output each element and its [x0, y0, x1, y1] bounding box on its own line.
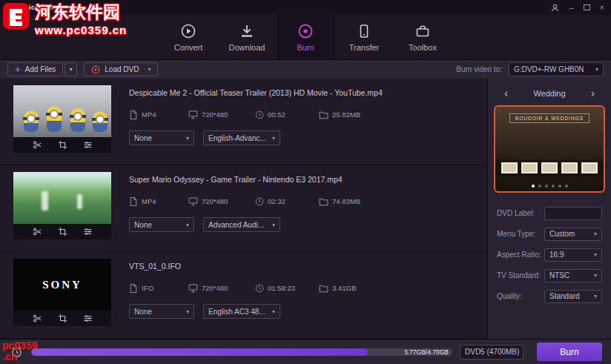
audio-select[interactable]: Advanced Audi... ▾ — [203, 217, 280, 232]
effects-icon[interactable] — [79, 139, 96, 151]
file-list: Despicable Me 2 - Official Teaser Traile… — [0, 79, 488, 339]
pager-dot[interactable] — [538, 185, 541, 188]
audio-select[interactable]: English AC3 48... ▾ — [203, 304, 280, 319]
trim-icon[interactable] — [29, 225, 45, 238]
trim-icon[interactable] — [29, 312, 45, 325]
template-prev-button[interactable]: ‹ — [504, 87, 508, 99]
file-row: Despicable Me 2 - Official Teaser Traile… — [0, 79, 487, 165]
disc-size-value: DVD5 (4700MB) — [465, 348, 519, 356]
trim-icon[interactable] — [29, 139, 45, 151]
thumbnail-art — [70, 108, 85, 132]
burn-target-value: G:DVD+-RW GHB0N — [514, 65, 584, 73]
tab-toolbox[interactable]: Toolbox — [394, 15, 452, 59]
crop-icon[interactable] — [54, 312, 70, 325]
tv-standard-value: NTSC — [549, 271, 569, 279]
convert-icon — [180, 23, 196, 39]
add-files-label: Add Files — [25, 65, 56, 73]
minimize-button[interactable]: – — [569, 4, 573, 12]
pager-dot[interactable] — [558, 185, 561, 188]
caret-down-icon: ▾ — [594, 293, 597, 300]
effects-icon[interactable] — [79, 312, 96, 325]
video-thumbnail[interactable] — [13, 85, 111, 137]
disc-size-select[interactable]: DVD5 (4700MB) ▾ — [460, 345, 524, 360]
file-options: None ▾ English-Advanc... ▾ — [129, 130, 477, 145]
file-row: Super Mario Odyssey - Game Trailer - Nin… — [0, 165, 487, 252]
file-row: SONY VTS_01_0.IF — [0, 252, 487, 339]
file-format: MP4 — [129, 110, 188, 119]
thumbnail-art — [42, 191, 48, 211]
thumbnail-text: SONY — [42, 279, 82, 291]
maximize-button[interactable] — [584, 4, 590, 10]
thumbnail-art — [24, 110, 39, 132]
load-dvd-group: Load DVD ▾ — [84, 62, 158, 76]
video-thumbnail[interactable] — [13, 172, 111, 224]
capacity-fill — [31, 348, 368, 356]
maximize-icon — [584, 4, 590, 10]
thumbnail-column: SONY — [13, 259, 111, 338]
record-icon — [91, 65, 100, 74]
app-logo: uniconverter — [7, 3, 64, 13]
thumbnail-column — [13, 85, 111, 165]
tab-label: Transfer — [349, 43, 380, 52]
form-field: Aspect Ratio: 16:9 ▾ — [497, 248, 602, 262]
tab-download[interactable]: Download — [218, 15, 277, 59]
filmstrip-frame — [541, 162, 558, 173]
load-dvd-button[interactable]: Load DVD ▾ — [84, 62, 158, 76]
subtitle-select[interactable]: None ▾ — [129, 304, 194, 319]
file-meta: MP4 720*480 02:32 74.83MB — [129, 196, 477, 206]
tab-transfer[interactable]: Transfer — [335, 15, 394, 59]
template-next-button[interactable]: › — [591, 87, 595, 99]
aspect-ratio-select[interactable]: 16:9 ▾ — [544, 248, 602, 262]
pager-dot[interactable] — [565, 185, 568, 188]
effects-icon[interactable] — [79, 225, 96, 238]
file-duration: 02:32 — [255, 197, 319, 206]
account-icon[interactable] — [551, 4, 559, 12]
filmstrip-frame — [581, 162, 598, 173]
schedule-icon[interactable] — [9, 345, 24, 360]
tab-burn[interactable]: Burn — [277, 15, 335, 59]
caret-down-icon: ▾ — [272, 135, 275, 142]
thumbnail-art — [77, 194, 82, 209]
subtitle-select[interactable]: None ▾ — [129, 217, 194, 232]
subtitle-value: None — [134, 308, 152, 316]
file-resolution: 720*480 — [188, 283, 255, 293]
format-value: MP4 — [142, 197, 156, 205]
template-preview[interactable]: BOUDOIR & WEDDINGS — [494, 105, 605, 193]
tv-standard-select[interactable]: NTSC ▾ — [544, 269, 602, 282]
pager-dot[interactable] — [552, 185, 555, 188]
file-meta: IFO 720*480 01:58:23 3.41GB — [129, 283, 477, 293]
video-thumbnail[interactable]: SONY — [13, 259, 111, 311]
burn-button[interactable]: Burn — [537, 343, 602, 361]
dvd-label-input[interactable] — [544, 207, 602, 220]
audio-select[interactable]: English-Advanc... ▾ — [203, 130, 280, 145]
form-field: Quality: Standard ▾ — [497, 289, 602, 303]
close-button[interactable]: × — [600, 4, 604, 12]
file-duration: 00:52 — [255, 110, 319, 119]
crop-icon[interactable] — [54, 225, 70, 238]
add-files-button[interactable]: + Add Files — [7, 62, 63, 76]
edit-toolbar — [13, 137, 111, 153]
tab-convert[interactable]: Convert — [159, 15, 218, 59]
add-files-dropdown-button[interactable]: ▾ — [65, 62, 77, 76]
plus-icon: + — [15, 64, 21, 74]
field-label: TV Standard: — [497, 271, 541, 279]
file-title: Super Mario Odyssey - Game Trailer - Nin… — [129, 175, 477, 184]
template-filmstrip — [495, 159, 604, 176]
quality-select[interactable]: Standard ▾ — [544, 290, 602, 303]
crop-icon[interactable] — [54, 139, 70, 151]
burn-to-label: Burn video to: — [456, 65, 502, 73]
template-name: Wedding — [533, 89, 565, 98]
resolution-value: 720*480 — [202, 284, 228, 292]
pager-dot[interactable] — [545, 185, 548, 188]
caret-down-icon: ▾ — [148, 66, 151, 73]
pager-dot[interactable] — [532, 185, 535, 188]
app-title: uniconverter — [20, 4, 64, 11]
caret-down-icon: ▾ — [595, 66, 598, 73]
menu-type-select[interactable]: Custom ▾ — [544, 228, 602, 241]
burn-target-select[interactable]: G:DVD+-RW GHB0N ▾ — [509, 62, 604, 76]
size-value: 25.82MB — [332, 110, 360, 119]
audio-value: Advanced Audi... — [208, 221, 264, 229]
duration-value: 02:32 — [268, 197, 285, 205]
subtitle-select[interactable]: None ▾ — [129, 130, 194, 145]
quality-value: Standard — [549, 292, 580, 300]
